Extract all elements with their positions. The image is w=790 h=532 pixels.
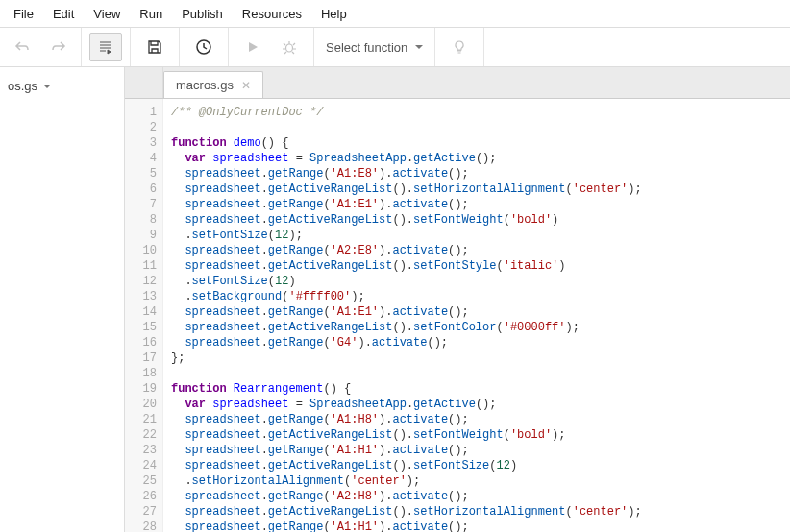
- lightbulb-button[interactable]: [443, 33, 476, 61]
- code-line[interactable]: spreadsheet.getRange('A1:H8').activate()…: [171, 412, 790, 427]
- run-button[interactable]: [236, 33, 269, 61]
- line-number: 2: [125, 120, 157, 135]
- menu-publish[interactable]: Publish: [172, 3, 233, 25]
- line-number: 17: [125, 351, 157, 366]
- triggers-button[interactable]: [187, 33, 220, 61]
- debug-button[interactable]: [273, 33, 306, 61]
- select-function-dropdown[interactable]: Select function: [314, 33, 434, 61]
- toolbar: Select function: [0, 27, 790, 67]
- line-number: 22: [125, 427, 157, 443]
- line-number: 5: [125, 166, 157, 181]
- tabbar-spacer: [125, 67, 163, 98]
- chevron-down-icon: [415, 45, 423, 49]
- line-number: 16: [125, 335, 157, 351]
- code-line[interactable]: spreadsheet.getActiveRangeList().setHori…: [171, 181, 790, 197]
- line-number: 4: [125, 151, 157, 166]
- code-line[interactable]: [171, 120, 790, 135]
- close-icon[interactable]: ✕: [241, 79, 251, 92]
- menu-view[interactable]: View: [84, 3, 130, 25]
- code-line[interactable]: .setBackground('#ffff00');: [171, 289, 790, 304]
- sidebar-file-item[interactable]: os.gs: [0, 73, 124, 99]
- line-number: 8: [125, 212, 157, 228]
- code-line[interactable]: /** @OnlyCurrentDoc */: [171, 105, 790, 120]
- menu-run[interactable]: Run: [130, 3, 172, 25]
- menubar: FileEditViewRunPublishResourcesHelp: [0, 0, 790, 27]
- code-line[interactable]: spreadsheet.getRange('A1:E8').activate()…: [171, 166, 790, 181]
- code-line[interactable]: function Rearrangement() {: [171, 381, 790, 397]
- line-number: 20: [125, 397, 157, 412]
- tab-macros[interactable]: macros.gs ✕: [163, 71, 263, 98]
- line-number: 18: [125, 366, 157, 381]
- code-line[interactable]: var spreadsheet = SpreadsheetApp.getActi…: [171, 151, 790, 166]
- code-line[interactable]: spreadsheet.getRange('A1:E1').activate()…: [171, 197, 790, 212]
- line-number: 11: [125, 258, 157, 274]
- line-number: 19: [125, 381, 157, 397]
- line-number: 14: [125, 304, 157, 320]
- sidebar: os.gs: [0, 67, 125, 532]
- code-line[interactable]: spreadsheet.getRange('G4').activate();: [171, 335, 790, 351]
- tab-label: macros.gs: [176, 78, 234, 92]
- line-number: 28: [125, 520, 157, 532]
- select-function-label: Select function: [326, 40, 407, 55]
- code-line[interactable]: spreadsheet.getActiveRangeList().setFont…: [171, 212, 790, 228]
- line-number: 9: [125, 228, 157, 243]
- line-number: 7: [125, 197, 157, 212]
- code-line[interactable]: [171, 366, 790, 381]
- menu-resources[interactable]: Resources: [233, 3, 311, 25]
- line-number: 23: [125, 443, 157, 458]
- code-line[interactable]: };: [171, 351, 790, 366]
- line-number: 27: [125, 504, 157, 520]
- code-line[interactable]: spreadsheet.getRange('A2:E8').activate()…: [171, 243, 790, 258]
- tabbar: macros.gs ✕: [125, 67, 790, 98]
- gutter: 1234567891011121314151617181920212223242…: [125, 99, 163, 532]
- chevron-down-icon: [43, 85, 51, 88]
- line-number: 21: [125, 412, 157, 427]
- save-button[interactable]: [138, 33, 171, 61]
- code-line[interactable]: .setHorizontalAlignment('center');: [171, 473, 790, 489]
- indent-button[interactable]: [89, 33, 122, 61]
- line-number: 3: [125, 135, 157, 151]
- main: os.gs macros.gs ✕ 1234567891011121314151…: [0, 67, 790, 532]
- code-line[interactable]: spreadsheet.getActiveRangeList().setFont…: [171, 320, 790, 335]
- line-number: 24: [125, 458, 157, 473]
- menu-help[interactable]: Help: [311, 3, 357, 25]
- code-line[interactable]: var spreadsheet = SpreadsheetApp.getActi…: [171, 397, 790, 412]
- line-number: 12: [125, 274, 157, 289]
- line-number: 26: [125, 489, 157, 504]
- code-line[interactable]: spreadsheet.getRange('A1:H1').activate()…: [171, 443, 790, 458]
- code-line[interactable]: function demo() {: [171, 135, 790, 151]
- line-number: 10: [125, 243, 157, 258]
- code-editor[interactable]: /** @OnlyCurrentDoc */ function demo() {…: [163, 99, 790, 532]
- undo-button[interactable]: [6, 33, 38, 61]
- code-line[interactable]: spreadsheet.getRange('A1:H1').activate()…: [171, 520, 790, 532]
- svg-point-1: [286, 44, 293, 52]
- menu-edit[interactable]: Edit: [43, 3, 84, 25]
- code-line[interactable]: spreadsheet.getActiveRangeList().setHori…: [171, 504, 790, 520]
- menu-file[interactable]: File: [4, 3, 43, 25]
- code-line[interactable]: spreadsheet.getRange('A2:H8').activate()…: [171, 489, 790, 504]
- sidebar-file-label: os.gs: [8, 79, 37, 93]
- code-line[interactable]: spreadsheet.getRange('A1:E1').activate()…: [171, 304, 790, 320]
- code-line[interactable]: .setFontSize(12);: [171, 228, 790, 243]
- code-line[interactable]: .setFontSize(12): [171, 274, 790, 289]
- line-number: 13: [125, 289, 157, 304]
- line-number: 1: [125, 105, 157, 120]
- redo-button[interactable]: [42, 33, 75, 61]
- editor-pane: macros.gs ✕ 1234567891011121314151617181…: [125, 67, 790, 532]
- line-number: 15: [125, 320, 157, 335]
- line-number: 6: [125, 181, 157, 197]
- code-line[interactable]: spreadsheet.getActiveRangeList().setFont…: [171, 258, 790, 274]
- code-line[interactable]: spreadsheet.getActiveRangeList().setFont…: [171, 427, 790, 443]
- code-area: 1234567891011121314151617181920212223242…: [125, 98, 790, 532]
- line-number: 25: [125, 473, 157, 489]
- code-line[interactable]: spreadsheet.getActiveRangeList().setFont…: [171, 458, 790, 473]
